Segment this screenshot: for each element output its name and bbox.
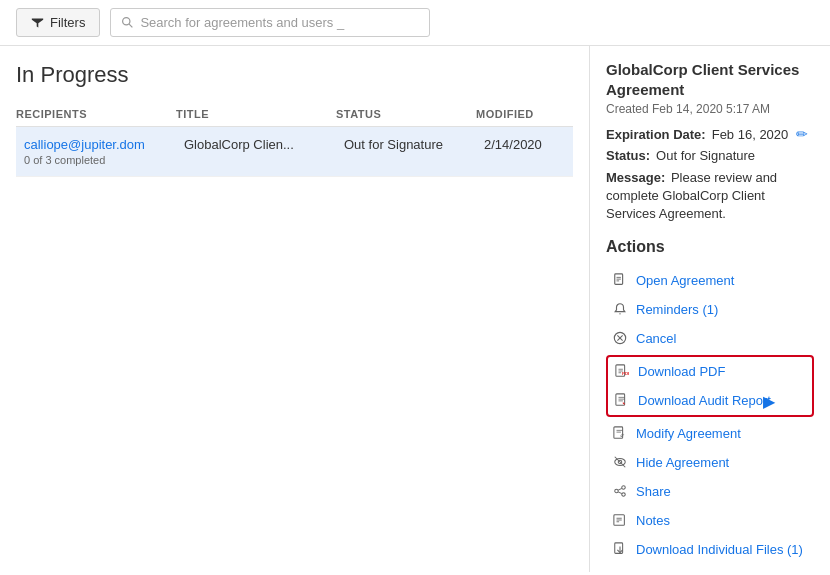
cancel-icon	[612, 331, 628, 345]
pdf-icon: PDF	[614, 364, 630, 378]
doc-icon	[612, 273, 628, 287]
right-panel: GlobalCorp Client Services Agreement Cre…	[590, 46, 830, 572]
share-icon	[612, 484, 628, 498]
expiration-label: Expiration Date:	[606, 127, 706, 142]
action-modify[interactable]: Modify Agreement	[606, 419, 814, 448]
action-download-audit[interactable]: Download Audit Report ▶	[608, 386, 812, 415]
message-row: Message: Please review and complete Glob…	[606, 169, 814, 224]
table-header: RECIPIENTS TITLE STATUS MODIFIED	[16, 102, 573, 127]
col-modified: MODIFIED	[476, 108, 576, 120]
action-cancel[interactable]: Cancel	[606, 324, 814, 353]
svg-point-17	[622, 486, 626, 490]
col-status: STATUS	[336, 108, 476, 120]
svg-point-18	[615, 489, 619, 493]
filter-icon	[31, 16, 44, 29]
expiration-row: Expiration Date: Feb 16, 2020 ✏	[606, 126, 814, 142]
action-open-label: Open Agreement	[636, 273, 734, 288]
svg-line-21	[618, 492, 622, 494]
expiration-value: Feb 16, 2020	[712, 127, 789, 142]
action-download-pdf[interactable]: PDF Download PDF	[608, 357, 812, 386]
filter-label: Filters	[50, 15, 85, 30]
action-hide-label: Hide Agreement	[636, 455, 729, 470]
action-reminders[interactable]: Reminders (1)	[606, 295, 814, 324]
actions-title: Actions	[606, 238, 814, 256]
svg-text:PDF: PDF	[622, 371, 629, 376]
recipient-email[interactable]: calliope@jupiter.dom	[24, 137, 184, 152]
recipient-col: calliope@jupiter.dom 0 of 3 completed	[24, 137, 184, 166]
message-label: Message:	[606, 170, 665, 185]
action-download-individual-label: Download Individual Files (1)	[636, 542, 803, 557]
notes-icon	[612, 513, 628, 527]
action-reminders-label: Reminders (1)	[636, 302, 718, 317]
action-hide[interactable]: Hide Agreement	[606, 448, 814, 477]
recipient-completed: 0 of 3 completed	[24, 154, 184, 166]
filter-button[interactable]: Filters	[16, 8, 100, 37]
action-share[interactable]: Share	[606, 477, 814, 506]
svg-point-19	[622, 493, 626, 497]
action-cancel-label: Cancel	[636, 331, 676, 346]
agreement-title-cell: GlobalCorp Clien...	[184, 137, 344, 152]
action-download-pdf-label: Download PDF	[638, 364, 725, 379]
hide-icon	[612, 455, 628, 469]
main-layout: In Progress RECIPIENTS TITLE STATUS MODI…	[0, 46, 830, 572]
status-value: Out for Signature	[656, 148, 755, 163]
svg-line-20	[618, 488, 622, 490]
bell-icon	[612, 302, 628, 316]
edit-icon[interactable]: ✏	[796, 126, 808, 142]
search-input[interactable]	[140, 15, 419, 30]
table-row[interactable]: calliope@jupiter.dom 0 of 3 completed Gl…	[16, 127, 573, 177]
search-box[interactable]	[110, 8, 430, 37]
col-title: TITLE	[176, 108, 336, 120]
created-date: Created Feb 14, 2020 5:17 AM	[606, 102, 814, 116]
modified-cell: 2/14/2020	[484, 137, 584, 152]
top-bar: Filters	[0, 0, 830, 46]
audit-icon	[614, 393, 630, 407]
status-row: Status: Out for Signature	[606, 148, 814, 163]
action-audit-label: Download Audit Report	[638, 393, 771, 408]
section-title: In Progress	[16, 62, 573, 88]
action-download-individual[interactable]: Download Individual Files (1)	[606, 535, 814, 564]
action-notes-label: Notes	[636, 513, 670, 528]
modify-icon	[612, 426, 628, 440]
left-panel: In Progress RECIPIENTS TITLE STATUS MODI…	[0, 46, 590, 572]
download-files-icon	[612, 542, 628, 556]
highlighted-actions-group: PDF Download PDF Download Audit Report ▶	[606, 355, 814, 417]
agreement-title: GlobalCorp Client Services Agreement	[606, 60, 814, 99]
search-icon	[121, 16, 134, 29]
action-open-agreement[interactable]: Open Agreement	[606, 266, 814, 295]
status-label: Status:	[606, 148, 650, 163]
status-cell: Out for Signature	[344, 137, 484, 152]
svg-line-1	[130, 24, 133, 27]
action-notes[interactable]: Notes	[606, 506, 814, 535]
action-share-label: Share	[636, 484, 671, 499]
action-modify-label: Modify Agreement	[636, 426, 741, 441]
svg-point-0	[123, 18, 130, 25]
col-recipients: RECIPIENTS	[16, 108, 176, 120]
